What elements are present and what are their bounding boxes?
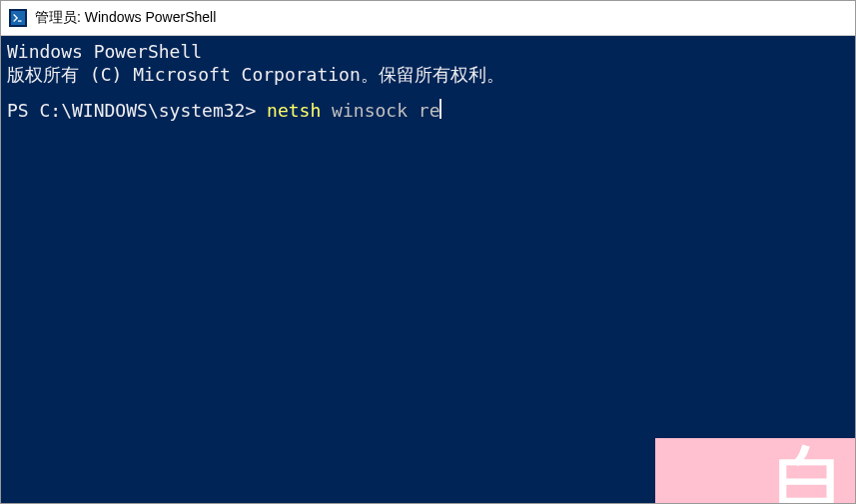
watermark: 白 — [655, 438, 855, 503]
powershell-icon — [9, 9, 27, 27]
terminal-prompt-line: PS C:\WINDOWS\system32> netsh winsock re — [7, 99, 849, 122]
terminal-command: netsh — [267, 99, 321, 122]
terminal-header-line: Windows PowerShell — [7, 40, 849, 63]
terminal-area[interactable]: Windows PowerShell 版权所有 (C) Microsoft Co… — [1, 36, 855, 503]
watermark-glyph: 白 — [775, 438, 845, 503]
terminal-copyright-line: 版权所有 (C) Microsoft Corporation。保留所有权利。 — [7, 63, 849, 86]
terminal-command-args: winsock re — [321, 99, 439, 122]
powershell-window: 管理员: Windows PowerShell Windows PowerShe… — [0, 0, 856, 504]
titlebar[interactable]: 管理员: Windows PowerShell — [1, 1, 855, 36]
terminal-prompt: PS C:\WINDOWS\system32> — [7, 99, 267, 122]
window-title: 管理员: Windows PowerShell — [35, 9, 216, 27]
terminal-cursor — [439, 99, 441, 119]
